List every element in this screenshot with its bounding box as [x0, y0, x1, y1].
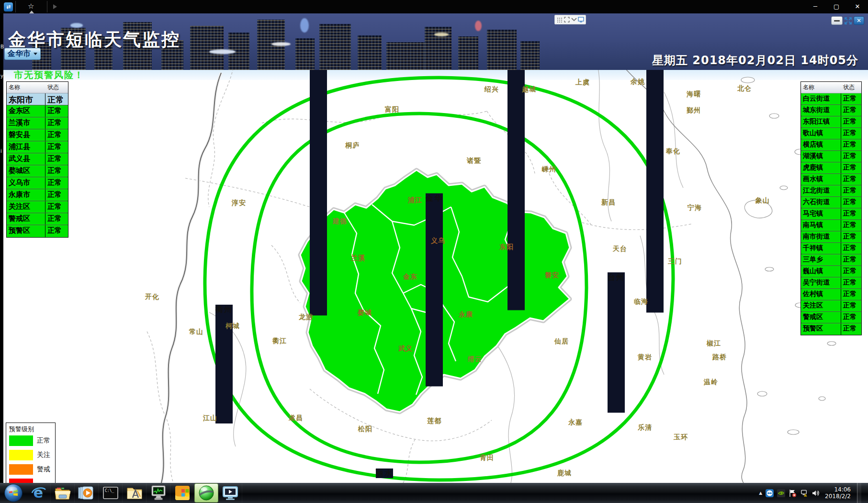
row-name: 城东街道 — [801, 105, 841, 116]
table-row[interactable]: 六石街道正常 — [801, 197, 861, 208]
table-row[interactable]: 兰溪市正常 — [7, 117, 68, 129]
file-explorer-icon[interactable] — [51, 483, 75, 503]
teamviewer-tray-icon[interactable] — [766, 489, 774, 497]
table-row[interactable]: 横店镇正常 — [801, 139, 861, 151]
row-name: 永康市 — [7, 189, 45, 201]
table-row[interactable]: 湖溪镇正常 — [801, 151, 861, 162]
map-label-county: 嵊州 — [542, 165, 556, 174]
table-row[interactable]: 佐村镇正常 — [801, 289, 861, 300]
table-row[interactable]: 关注区正常 — [7, 201, 68, 213]
window-maximize-button[interactable]: ▢ — [826, 0, 847, 12]
favorites-star-icon[interactable]: ☆ — [28, 2, 34, 11]
viewer-minimize-button[interactable] — [831, 16, 843, 25]
svg-text:C:\_: C:\_ — [105, 489, 114, 493]
table-row[interactable]: 东阳市正常 — [7, 93, 68, 105]
table-row[interactable]: 警戒区正常 — [801, 312, 861, 323]
viewer-close-button[interactable]: ✕ — [854, 16, 864, 25]
weather-app-icon[interactable] — [194, 483, 218, 503]
screen: ⇄ ☆ ─ ▢ ✕ Byi 金华市短临天气监控 金华市 星期五 2018年02月… — [0, 0, 868, 503]
map-label-county: 宁海 — [688, 204, 702, 212]
map-label-county: 越城 — [522, 85, 536, 94]
table-row[interactable]: 警戒区正常 — [7, 213, 68, 225]
table-row[interactable]: 巍山镇正常 — [801, 266, 861, 277]
table-row[interactable]: 千祥镇正常 — [801, 243, 861, 254]
map-label-city: 丽水 — [376, 469, 393, 478]
table-row[interactable]: 关注区正常 — [801, 300, 861, 312]
table-row[interactable]: 婺城区正常 — [7, 165, 68, 177]
map-label-county: 新昌 — [601, 198, 616, 207]
table-row[interactable]: 预警区正常 — [801, 323, 861, 335]
show-desktop-button[interactable] — [857, 483, 861, 503]
table-row[interactable]: 虎鹿镇正常 — [801, 162, 861, 174]
table-row[interactable]: 马宅镇正常 — [801, 208, 861, 220]
tray-time: 14:06 — [825, 486, 851, 493]
action-center-flag-icon[interactable] — [789, 489, 797, 497]
caret-up-icon — [29, 11, 34, 13]
row-name: 浦江县 — [7, 141, 45, 153]
tools-folder-icon[interactable] — [123, 483, 147, 503]
table-row[interactable]: 白云街道正常 — [801, 93, 861, 105]
row-status: 正常 — [841, 116, 861, 127]
region-dropdown[interactable]: 金华市 — [4, 48, 41, 60]
table-row[interactable]: 江北街道正常 — [801, 185, 861, 197]
viewer-window-controls: ✕ — [831, 16, 864, 25]
legend-swatch — [9, 450, 33, 460]
browser-topbar: ⇄ ☆ ─ ▢ ✕ — [0, 0, 868, 13]
column-header[interactable]: 状态 — [45, 82, 68, 93]
map-label-county: 江山 — [203, 414, 217, 423]
legend-item: 正常 — [9, 435, 52, 446]
table-row[interactable]: 金东区正常 — [7, 105, 68, 117]
table-row[interactable]: 永康市正常 — [7, 189, 68, 201]
map-label-county: 鹿城 — [557, 469, 572, 478]
row-name: 兰溪市 — [7, 117, 45, 129]
media-player-icon[interactable] — [75, 483, 99, 503]
table-row[interactable]: 浦江县正常 — [7, 141, 68, 153]
table-row[interactable]: 武义县正常 — [7, 153, 68, 165]
start-button[interactable] — [4, 483, 23, 503]
row-status: 正常 — [841, 93, 861, 104]
table-row[interactable]: 画水镇正常 — [801, 174, 861, 185]
table-row[interactable]: 歌山镇正常 — [801, 128, 861, 139]
media-viewer-icon[interactable] — [218, 483, 242, 503]
column-header[interactable]: 名称 — [801, 82, 841, 93]
row-name: 马宅镇 — [801, 208, 841, 219]
map-label-county: 建德 — [333, 217, 347, 226]
tray-clock[interactable]: 14:06 2018/2/2 — [825, 486, 851, 500]
row-name: 武义县 — [7, 153, 45, 165]
map-label-green: 金东 — [403, 273, 417, 281]
table-row[interactable]: 预警区正常 — [7, 225, 68, 237]
table-header: 名称状态 — [801, 82, 861, 93]
forward-arrow-icon[interactable] — [53, 4, 57, 9]
expand-icon[interactable] — [564, 17, 570, 23]
teamviewer-icon[interactable]: ⇄ — [4, 2, 13, 11]
table-row[interactable]: 城东街道正常 — [801, 105, 861, 116]
system-monitor-icon[interactable] — [147, 483, 170, 503]
network-warning-icon[interactable] — [800, 489, 808, 497]
table-row[interactable]: 义乌市正常 — [7, 177, 68, 189]
window-minimize-button[interactable]: ─ — [805, 0, 826, 12]
row-name: 横店镇 — [801, 139, 841, 150]
column-header[interactable]: 名称 — [7, 82, 45, 93]
apps-grid-icon[interactable] — [556, 17, 563, 23]
viewer-fullscreen-icon[interactable] — [844, 17, 852, 25]
nvidia-icon[interactable] — [777, 489, 785, 497]
command-prompt-icon[interactable]: C:\_ — [99, 483, 123, 503]
weather-map[interactable]: 市无预警风险！ 杭州绍兴宁波金华台州衢州丽水绍兴越城上虞余姚海曙鄞州北仑富阳桐庐… — [3, 63, 868, 483]
table-row[interactable]: 三单乡正常 — [801, 254, 861, 266]
table-row[interactable]: 东阳江镇正常 — [801, 116, 861, 128]
map-label-city: 宁波 — [646, 63, 664, 313]
column-header[interactable]: 状态 — [841, 82, 861, 93]
row-status: 正常 — [45, 225, 68, 237]
internet-explorer-icon[interactable]: e — [27, 483, 51, 503]
chevron-down-icon[interactable] — [571, 17, 577, 23]
table-row[interactable]: 南市街道正常 — [801, 231, 861, 243]
row-status: 正常 — [841, 174, 861, 185]
hidden-icons-arrow[interactable]: ▲ — [759, 491, 762, 495]
table-row[interactable]: 南马镇正常 — [801, 220, 861, 231]
table-row[interactable]: 吴宁街道正常 — [801, 277, 861, 289]
table-row[interactable]: 磐安县正常 — [7, 129, 68, 141]
window-close-button[interactable]: ✕ — [847, 0, 868, 12]
monitor-icon[interactable] — [578, 17, 584, 23]
office-app-icon[interactable] — [170, 483, 194, 503]
volume-icon[interactable] — [812, 489, 820, 497]
